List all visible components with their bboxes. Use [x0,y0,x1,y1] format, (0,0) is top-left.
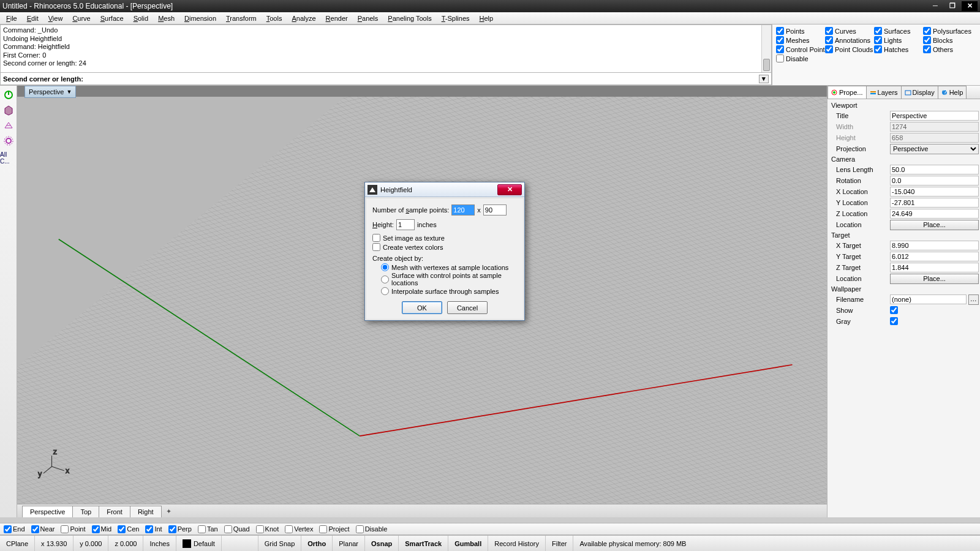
osnap-end[interactable]: End [4,525,25,533]
wallpaper-gray-checkbox[interactable] [890,317,898,325]
osnap-near[interactable]: Near [31,525,55,533]
status-layer[interactable]: Default [176,536,222,551]
chevron-down-icon[interactable]: ▼ [66,89,72,95]
osnap-disable[interactable]: Disable [356,525,388,533]
osnap-project[interactable]: Project [319,525,349,533]
sample-points-y-field[interactable] [483,204,507,216]
status-cplane[interactable]: CPlane [0,536,35,551]
filter-polysurfaces[interactable]: Polysurfaces [923,27,972,35]
radio-surface-cp[interactable]: Surface with control points at sample lo… [381,272,517,287]
gear-icon[interactable] [2,134,15,148]
menu-view[interactable]: View [43,13,68,23]
radio-mesh[interactable]: Mesh with vertexes at sample locations [381,263,517,271]
status-toggle-ortho[interactable]: Ortho [301,536,333,551]
box-icon[interactable] [2,103,15,117]
command-dropdown[interactable]: ▾ [759,75,769,83]
minimize-button[interactable]: ─ [927,1,943,11]
filter-annotations[interactable]: Annotations [825,36,874,44]
view-tab-top[interactable]: Top [72,506,99,517]
filter-others[interactable]: Others [923,45,972,53]
all-commands-button[interactable]: All C... [0,151,17,165]
radio-interpolate[interactable]: Interpolate surface through samples [381,287,517,295]
vertex-colors-checkbox[interactable]: Create vertex colors [372,243,517,251]
rotation-field[interactable] [890,176,979,186]
menu-solid[interactable]: Solid [129,13,153,23]
status-toggle-record-history[interactable]: Record History [488,536,546,551]
close-button[interactable]: ✕ [962,1,978,11]
x-target-field[interactable] [890,241,979,250]
status-toggle-osnap[interactable]: Osnap [365,536,399,551]
filter-points[interactable]: Points [776,27,825,35]
osnap-mid[interactable]: Mid [92,525,112,533]
dialog-titlebar[interactable]: Heightfield ✕ [365,182,524,197]
tab-help[interactable]: ?Help [938,86,967,99]
menu-transform[interactable]: Transform [221,13,262,23]
target-place-button[interactable]: Place... [890,274,979,284]
y-location-field[interactable] [890,198,979,208]
scrollbar[interactable] [761,25,771,72]
menu-panels[interactable]: Panels [353,13,383,23]
filter-point-clouds[interactable]: Point Clouds [825,45,874,53]
view-tab-right[interactable]: Right [130,506,162,517]
set-texture-checkbox[interactable]: Set image as texture [372,234,517,242]
menu-curve[interactable]: Curve [67,13,95,23]
add-view-tab[interactable]: ✦ [161,506,176,517]
menu-analyze[interactable]: Analyze [287,13,320,23]
osnap-cen[interactable]: Cen [118,525,139,533]
filter-disable[interactable]: Disable [776,54,825,62]
camera-place-button[interactable]: Place... [890,220,979,230]
dialog-close-button[interactable]: ✕ [497,184,522,195]
filter-lights[interactable]: Lights [874,36,923,44]
x-location-field[interactable] [890,187,979,197]
osnap-perp[interactable]: Perp [168,525,192,533]
menu-edit[interactable]: Edit [22,13,43,23]
menu-help[interactable]: Help [475,13,499,23]
osnap-quad[interactable]: Quad [224,525,250,533]
viewport-title-field[interactable] [890,111,979,121]
osnap-knot[interactable]: Knot [256,525,279,533]
menu-surface[interactable]: Surface [96,13,129,23]
z-location-field[interactable] [890,209,979,219]
filter-control-points[interactable]: Control Points [776,45,825,53]
view-tab-perspective[interactable]: Perspective [22,506,73,517]
y-target-field[interactable] [890,252,979,261]
tab-layers[interactable]: Layers [866,86,902,99]
menu-file[interactable]: File [1,13,22,23]
browse-button[interactable]: … [968,294,979,305]
maximize-button[interactable]: ❐ [944,1,960,11]
filter-meshes[interactable]: Meshes [776,36,825,44]
mesh-icon[interactable] [2,119,15,132]
filter-hatches[interactable]: Hatches [874,45,923,53]
tab-properties[interactable]: Prope... [827,86,867,99]
menu-tools[interactable]: Tools [262,13,287,23]
menu-dimension[interactable]: Dimension [179,13,221,23]
status-toggle-gumball[interactable]: Gumball [448,536,488,551]
filter-blocks[interactable]: Blocks [923,36,972,44]
menu-t-splines[interactable]: T-Splines [437,13,475,23]
command-prompt[interactable]: Second corner or length: ▾ [0,73,772,85]
height-field[interactable] [396,219,415,230]
menu-render[interactable]: Render [321,13,353,23]
osnap-point[interactable]: Point [61,525,85,533]
command-input[interactable] [86,75,756,83]
status-units[interactable]: Inches [143,536,176,551]
tab-display[interactable]: Display [901,86,938,99]
menu-mesh[interactable]: Mesh [153,13,179,23]
menu-paneling-tools[interactable]: Paneling Tools [383,13,436,23]
ok-button[interactable]: OK [402,301,442,314]
status-filter[interactable]: Filter [546,536,573,551]
filter-curves[interactable]: Curves [825,27,874,35]
wallpaper-filename-field[interactable] [890,294,967,304]
osnap-tan[interactable]: Tan [198,525,218,533]
status-toggle-grid-snap[interactable]: Grid Snap [258,536,302,551]
viewport-label[interactable]: Perspective ▼ [24,86,76,98]
projection-select[interactable]: Perspective [890,144,979,154]
filter-surfaces[interactable]: Surfaces [874,27,923,35]
status-toggle-planar[interactable]: Planar [333,536,365,551]
status-toggle-smarttrack[interactable]: SmartTrack [399,536,448,551]
lens-length-field[interactable] [890,165,979,174]
osnap-vertex[interactable]: Vertex [285,525,313,533]
wallpaper-show-checkbox[interactable] [890,306,898,314]
view-tab-front[interactable]: Front [99,506,130,517]
z-target-field[interactable] [890,263,979,272]
